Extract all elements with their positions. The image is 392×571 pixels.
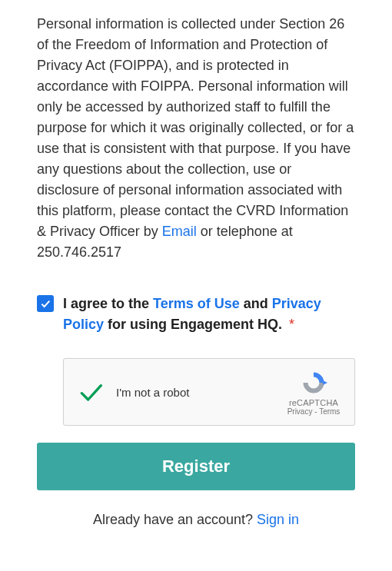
required-indicator: *: [289, 317, 294, 332]
svg-marker-0: [323, 380, 327, 385]
agree-suffix: for using Engagement HQ.: [104, 317, 286, 332]
register-button[interactable]: Register: [37, 443, 355, 490]
recaptcha-label: I'm not a robot: [116, 386, 189, 399]
already-text: Already have an account?: [93, 512, 257, 527]
privacy-email-link[interactable]: Email: [162, 224, 197, 239]
privacy-notice: Personal information is collected under …: [37, 14, 355, 263]
recaptcha-brand-text: reCAPTCHA: [289, 398, 338, 407]
recaptcha-badge: reCAPTCHA Privacy - Terms: [284, 365, 344, 419]
privacy-text-before: Personal information is collected under …: [37, 16, 354, 239]
terms-of-use-link[interactable]: Terms of Use: [153, 296, 240, 311]
recaptcha-widget[interactable]: I'm not a robot reCAPTCHA Privacy - Term…: [63, 358, 355, 426]
check-icon: [75, 377, 106, 407]
already-have-account: Already have an account? Sign in: [37, 512, 355, 528]
recaptcha-logo-icon: [300, 369, 327, 397]
form-container: Personal information is collected under …: [0, 14, 392, 546]
agree-checkbox[interactable]: [37, 295, 54, 312]
recaptcha-privacy-link[interactable]: Privacy: [287, 407, 313, 416]
agree-row: I agree to the Terms of Use and Privacy …: [37, 294, 355, 335]
agree-middle: and: [240, 296, 272, 311]
recaptcha-separator: -: [312, 407, 319, 416]
check-icon: [39, 297, 51, 310]
agree-label: I agree to the Terms of Use and Privacy …: [63, 294, 355, 335]
recaptcha-terms-link[interactable]: Terms: [319, 407, 340, 416]
recaptcha-checkmark: [75, 376, 107, 408]
agree-prefix: I agree to the: [63, 296, 153, 311]
recaptcha-links: Privacy - Terms: [287, 407, 341, 416]
sign-in-link[interactable]: Sign in: [257, 512, 299, 527]
